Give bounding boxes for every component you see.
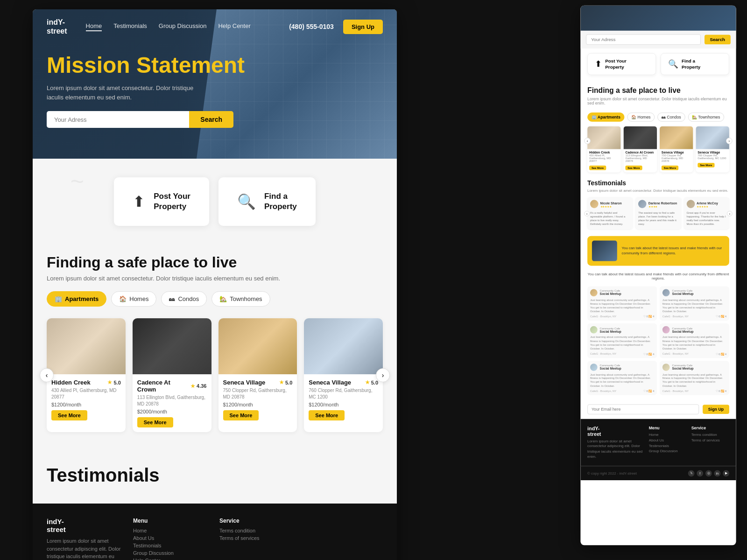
preview-community-actions: ♡ 0 🔁 4 (643, 352, 654, 355)
twitter-icon[interactable]: 𝕏 (688, 470, 695, 476)
linkedin-icon[interactable]: in (714, 470, 721, 476)
preview-see-more-btn[interactable]: See More (589, 166, 606, 170)
listing-rating: ★ 5.0 (279, 379, 292, 385)
listing-address: 760 Clopper Rd, Gaithersburg, MC 1200 (309, 387, 378, 400)
preview-footer-link[interactable]: Group Discussion (649, 449, 687, 454)
listing-price: $2000/month (137, 409, 207, 414)
preview-signup-button[interactable]: Sign Up (703, 405, 729, 414)
preview-footer-link[interactable]: Home (649, 433, 687, 437)
preview-carousel-prev[interactable]: ‹ (584, 138, 591, 144)
preview-see-more-btn[interactable]: See More (625, 166, 642, 170)
listing-image (133, 318, 211, 374)
preview-community-card: Community Cafe Social Meetup Just learni… (660, 361, 729, 395)
preview-post-property-card[interactable]: ⬆ Post YourProperty (587, 53, 656, 75)
tab-condos[interactable]: 🏘 Condos (161, 291, 207, 307)
preview-carousel-next[interactable]: › (726, 138, 733, 144)
preview-tab-condos[interactable]: 🏘 Condos (657, 112, 685, 122)
footer-link-terms[interactable]: Terms condition (219, 528, 296, 533)
preview-upload-icon: ⬆ (595, 59, 602, 69)
preview-testimonials-next[interactable]: › (727, 211, 733, 217)
tab-homes[interactable]: 🏠 Homes (111, 291, 156, 307)
home-icon: 🏠 (119, 295, 127, 302)
search-input[interactable] (47, 111, 189, 128)
preview-community-actions: ♡ 0 🔁 4 (716, 389, 726, 392)
preview-community-section: Community Cafe Social Meetup Just learni… (580, 284, 736, 400)
post-property-card[interactable]: ⬆ Post YourProperty (114, 177, 209, 226)
preview-panel: Search ⬆ Post YourProperty 🔍 Find aPrope… (580, 6, 736, 545)
preview-tab-apartments[interactable]: 🏢 Apartments (587, 112, 625, 122)
footer-menu-title: Menu (133, 518, 210, 524)
nav-testimonials[interactable]: Testimonials (113, 22, 147, 31)
star-icon: ★ (190, 383, 195, 389)
preview-email-input[interactable] (587, 405, 699, 415)
footer-link-services[interactable]: Terms of services (219, 535, 296, 541)
preview-testimonials-section: Testimonials Lorem ipsum dolor sit amet … (580, 173, 736, 236)
preview-search-input[interactable] (586, 35, 701, 45)
preview-listing-name: Seneca Village (662, 151, 691, 154)
preview-see-more-btn[interactable]: See More (662, 166, 678, 170)
preview-listing-addr: 113 Ellington Blvd, Gaithersburg, MD 208… (625, 154, 655, 162)
preview-community-avatar (662, 326, 670, 334)
find-property-card[interactable]: 🔍 Find aProperty (218, 177, 316, 226)
footer-link-testimonials[interactable]: Testimonials (133, 543, 210, 548)
preview-community-footer: CafeG · Brooklyn, NY ♡ 0 🔁 4 (590, 315, 654, 318)
preview-find-property-card[interactable]: 🔍 Find aProperty (661, 53, 729, 75)
see-more-button[interactable]: See More (309, 410, 345, 420)
preview-footer-link[interactable]: About Us (649, 438, 687, 442)
carousel-next-button[interactable]: › (376, 368, 390, 382)
listing-image (47, 318, 126, 374)
listing-card: Cadence At Crown ★ 4.36 113 Ellington Bl… (133, 318, 211, 432)
listing-name-row: Seneca Village ★ 5.0 (223, 379, 293, 386)
preview-footer-link[interactable]: Terms of services (691, 438, 729, 442)
instagram-icon[interactable]: ◎ (705, 470, 712, 476)
preview-community-title: Social Meetup (600, 367, 621, 370)
see-more-button[interactable]: See More (51, 410, 87, 420)
preview-footer-link[interactable]: Testimonials (649, 444, 687, 448)
star-icon: ★ (107, 379, 112, 385)
preview-community-card-header: Community Cafe Social Meetup (662, 326, 726, 334)
nav-group-discussion[interactable]: Group Discussion (159, 22, 207, 31)
listings-section-subtitle: Lorem ipsum dolor sit amet consectetur. … (47, 275, 383, 282)
footer-link-about[interactable]: About Us (133, 535, 210, 541)
search-button[interactable]: Search (189, 111, 233, 128)
hero-section: indY- street Home Testimonials Group Dis… (33, 9, 397, 159)
preview-search-button[interactable]: Search (705, 35, 731, 45)
preview-reviewer-name: Nicole Sharon (600, 202, 622, 205)
footer-link-home[interactable]: Home (133, 528, 210, 533)
youtube-icon[interactable]: ▶ (723, 470, 729, 476)
preview-community-text: Just learning about community and gather… (590, 372, 654, 388)
preview-community-card: Community Cafe Social Meetup Just learni… (587, 323, 657, 358)
hero-subtitle: Lorem ipsum dolor sit amet consectetur. … (47, 84, 210, 102)
footer-link-group[interactable]: Group Discussion (133, 550, 210, 556)
footer-link-help[interactable]: Help Center (133, 558, 210, 560)
preview-footer-link[interactable]: Terms condition (691, 433, 729, 437)
preview-listing-image (696, 126, 729, 149)
listing-price: $1200/month (309, 402, 378, 407)
preview-community-avatar (662, 364, 670, 371)
preview-listing-name: Seneca Village (698, 151, 727, 154)
preview-footer-desc: Lorem ipsum dolor sit amet consectetur a… (587, 439, 644, 459)
preview-community-grid: Community Cafe Social Meetup Just learni… (587, 286, 729, 395)
see-more-button[interactable]: See More (223, 410, 259, 420)
see-more-button[interactable]: See More (137, 417, 173, 427)
listings-carousel: ‹ Hidden Creek ★ 5.0 430 Allied Pl, Gai (47, 318, 383, 432)
preview-community-text: Just learning about community and gather… (662, 298, 726, 314)
preview-tab-townhomes[interactable]: 🏡 Townhomes (688, 112, 724, 122)
signup-button[interactable]: Sign Up (343, 20, 383, 34)
preview-testimonials-prev[interactable]: ‹ (584, 211, 590, 217)
preview-community-card-header: Community Cafe Social Meetup (662, 364, 726, 371)
preview-listing-info: Seneca Village 760 Clopper Rd, Gaithersb… (696, 149, 729, 170)
decorative-element: ~ (70, 168, 84, 195)
tab-apartments[interactable]: 🏢 Apartments (47, 291, 106, 307)
carousel-prev-button[interactable]: ‹ (40, 368, 54, 382)
preview-community-footer: CafeG · Brooklyn, NY ♡ 0 🔁 4 (662, 315, 726, 318)
nav-home[interactable]: Home (86, 22, 102, 31)
apartment-icon: 🏢 (55, 295, 62, 302)
preview-post-property-label: Post YourProperty (605, 58, 626, 70)
nav-help-center[interactable]: Help Center (218, 22, 250, 31)
preview-tab-homes[interactable]: 🏠 Homes (627, 112, 655, 122)
facebook-icon[interactable]: f (697, 470, 703, 476)
preview-avatar (590, 200, 599, 208)
preview-see-more-btn[interactable]: See More (698, 163, 714, 168)
tab-townhomes[interactable]: 🏡 Townhomes (211, 291, 270, 307)
